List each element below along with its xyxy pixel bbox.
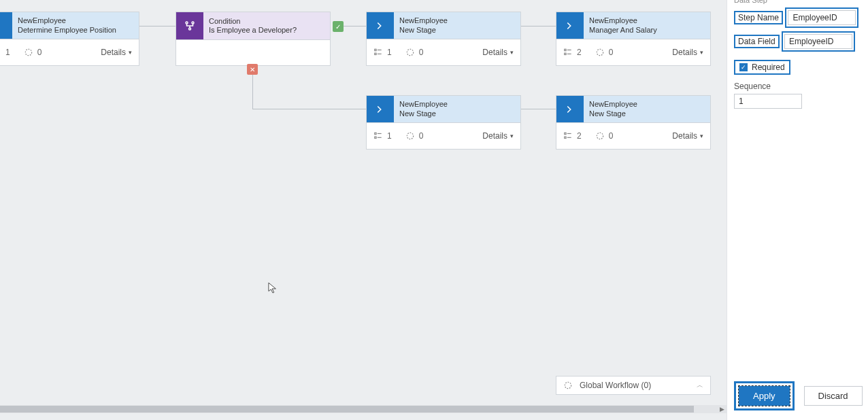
stage-node-new-stage-2[interactable]: NewEmployee New Stage 1 0 Details▾ bbox=[366, 95, 521, 150]
stage-node-new-stage-3[interactable]: NewEmployee New Stage 2 0 Details▾ bbox=[556, 95, 711, 150]
connector bbox=[521, 109, 556, 109]
svg-point-7 bbox=[189, 28, 191, 30]
discard-button[interactable]: Discard bbox=[804, 386, 863, 406]
stage-icon bbox=[556, 96, 584, 122]
data-field-label: Data Field bbox=[734, 35, 780, 48]
steps-icon bbox=[563, 48, 573, 57]
steps-icon bbox=[373, 131, 383, 141]
details-button[interactable]: Details▾ bbox=[482, 131, 514, 141]
svg-point-17 bbox=[597, 49, 603, 55]
node-entity: Condition bbox=[209, 17, 324, 26]
node-name: New Stage bbox=[399, 109, 448, 118]
connector bbox=[252, 109, 366, 109]
sequence-label: Sequence bbox=[734, 82, 861, 91]
node-entity: NewEmployee bbox=[589, 16, 657, 25]
svg-rect-8 bbox=[375, 49, 376, 50]
steps-icon bbox=[0, 48, 1, 57]
horizontal-scrollbar[interactable]: ▶ bbox=[0, 405, 727, 413]
stage-icon bbox=[367, 96, 394, 122]
properties-panel: Data Step Step Name Data Field ✓ Require… bbox=[727, 0, 868, 420]
details-label: Details bbox=[672, 131, 697, 141]
node-name: Manager And Salary bbox=[589, 26, 657, 35]
svg-rect-18 bbox=[375, 133, 376, 134]
chevron-down-icon: ▾ bbox=[510, 133, 514, 139]
yes-branch-icon[interactable]: ✓ bbox=[333, 21, 344, 32]
scroll-right-icon[interactable]: ▶ bbox=[717, 406, 727, 413]
count-icon bbox=[595, 131, 605, 141]
svg-point-5 bbox=[186, 22, 188, 24]
required-checkbox[interactable]: ✓ Required bbox=[734, 60, 790, 75]
count-icon bbox=[24, 48, 33, 57]
workflow-icon bbox=[563, 381, 573, 390]
stage-icon bbox=[367, 12, 394, 39]
details-button[interactable]: Details▾ bbox=[672, 131, 703, 141]
workflow-canvas[interactable]: NewEmployee Determine Employee Position … bbox=[0, 0, 727, 420]
steps-count: 1 bbox=[387, 131, 392, 141]
node-name: New Stage bbox=[399, 26, 448, 35]
details-button[interactable]: Details ▾ bbox=[101, 48, 132, 57]
stage-node-determine-position[interactable]: NewEmployee Determine Employee Position … bbox=[0, 12, 139, 66]
apply-button[interactable]: Apply bbox=[739, 386, 790, 406]
node-entity: NewEmployee bbox=[589, 100, 637, 109]
stage-node-new-stage-1[interactable]: NewEmployee New Stage 1 0 Details▾ bbox=[366, 12, 521, 66]
svg-point-28 bbox=[565, 382, 571, 388]
svg-rect-9 bbox=[375, 53, 376, 54]
step-name-input[interactable] bbox=[788, 10, 856, 25]
steps-count: 1 bbox=[5, 48, 10, 57]
node-entity: NewEmployee bbox=[18, 16, 116, 25]
node-name: Determine Employee Position bbox=[18, 26, 116, 35]
stage-icon bbox=[0, 12, 12, 39]
connector bbox=[139, 26, 176, 27]
svg-rect-13 bbox=[565, 49, 566, 50]
item-count: 0 bbox=[609, 131, 614, 141]
no-branch-icon[interactable]: ✕ bbox=[247, 64, 258, 75]
condition-node[interactable]: Condition Is Employee a Developer? bbox=[176, 12, 331, 66]
global-workflow-bar[interactable]: Global Workflow (0) ︿ bbox=[556, 376, 711, 395]
chevron-down-icon: ▾ bbox=[700, 49, 703, 56]
steps-icon bbox=[563, 131, 573, 141]
count-icon bbox=[405, 48, 415, 57]
chevron-up-icon: ︿ bbox=[697, 381, 703, 390]
svg-rect-14 bbox=[565, 53, 566, 54]
svg-point-12 bbox=[407, 49, 413, 55]
svg-point-22 bbox=[407, 133, 413, 139]
steps-count: 1 bbox=[387, 48, 392, 57]
sequence-input[interactable] bbox=[734, 94, 802, 109]
chevron-down-icon: ▾ bbox=[700, 133, 703, 139]
node-entity: NewEmployee bbox=[399, 100, 448, 109]
details-label: Details bbox=[101, 48, 126, 57]
svg-rect-23 bbox=[565, 133, 566, 134]
svg-point-4 bbox=[25, 49, 31, 55]
details-label: Details bbox=[482, 131, 507, 141]
svg-rect-19 bbox=[375, 137, 376, 138]
details-button[interactable]: Details▾ bbox=[482, 48, 514, 57]
svg-point-6 bbox=[192, 22, 194, 24]
scrollbar-thumb[interactable] bbox=[0, 406, 694, 413]
global-workflow-label: Global Workflow (0) bbox=[580, 381, 651, 390]
svg-rect-24 bbox=[565, 137, 566, 138]
item-count: 0 bbox=[609, 48, 614, 57]
item-count: 0 bbox=[419, 131, 424, 141]
connector bbox=[521, 26, 556, 27]
steps-count: 2 bbox=[577, 48, 582, 57]
item-count: 0 bbox=[37, 48, 42, 57]
chevron-down-icon: ▾ bbox=[129, 49, 132, 56]
condition-icon bbox=[176, 12, 203, 39]
stage-node-manager-salary[interactable]: NewEmployee Manager And Salary 2 0 Detai… bbox=[556, 12, 711, 66]
node-name: New Stage bbox=[589, 109, 637, 118]
details-label: Details bbox=[672, 48, 697, 57]
details-button[interactable]: Details▾ bbox=[672, 48, 703, 57]
svg-point-27 bbox=[597, 133, 603, 139]
data-field-input[interactable] bbox=[784, 34, 852, 49]
node-name: Is Employee a Developer? bbox=[209, 26, 324, 35]
node-entity: NewEmployee bbox=[399, 16, 448, 25]
chevron-down-icon: ▾ bbox=[510, 49, 514, 56]
required-label: Required bbox=[752, 63, 785, 72]
steps-icon bbox=[373, 48, 383, 57]
checkbox-checked-icon: ✓ bbox=[739, 63, 748, 71]
step-name-label: Step Name bbox=[734, 11, 783, 24]
count-icon bbox=[595, 48, 605, 57]
stage-icon bbox=[556, 12, 584, 39]
steps-count: 2 bbox=[577, 131, 582, 141]
details-label: Details bbox=[482, 48, 507, 57]
